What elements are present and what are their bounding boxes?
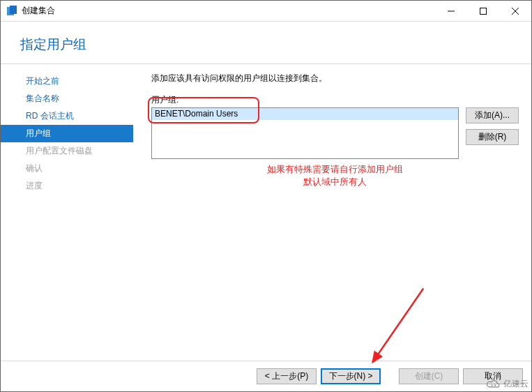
step-sidebar: 开始之前 集合名称 RD 会话主机 用户组 用户配置文件磁盘 确认 进度 — [1, 64, 133, 361]
svg-rect-3 — [480, 8, 487, 14]
title-bar: 创建集合 — [1, 1, 531, 22]
add-button[interactable]: 添加(A)... — [466, 107, 519, 123]
step-user-profile-disk: 用户配置文件磁盘 — [1, 142, 133, 160]
next-button[interactable]: 下一步(N) > — [321, 368, 381, 384]
step-rd-session-host[interactable]: RD 会话主机 — [1, 107, 133, 125]
svg-rect-1 — [10, 6, 17, 14]
user-group-listbox[interactable]: BENET\Domain Users — [151, 107, 459, 159]
minimize-button[interactable] — [435, 1, 467, 22]
annotation-line2: 默认域中所有人 — [151, 176, 519, 188]
list-item[interactable]: BENET\Domain Users — [152, 108, 458, 120]
step-confirm: 确认 — [1, 160, 133, 177]
remove-button[interactable]: 删除(R) — [466, 129, 519, 145]
app-icon — [6, 6, 17, 17]
create-button: 创建(C) — [399, 368, 459, 384]
close-button[interactable] — [499, 1, 531, 22]
previous-button[interactable]: < 上一步(P) — [257, 368, 317, 384]
cancel-button[interactable]: 取消 — [463, 368, 523, 384]
wizard-window: 创建集合 指定用户组 开始之前 集合名称 RD 会话主机 用户组 用户配置文件磁… — [0, 0, 532, 392]
step-before-begin[interactable]: 开始之前 — [1, 73, 133, 90]
maximize-button[interactable] — [467, 1, 499, 22]
step-collection-name[interactable]: 集合名称 — [1, 90, 133, 107]
step-progress: 进度 — [1, 177, 133, 195]
page-title: 指定用户组 — [20, 36, 531, 54]
user-group-label: 用户组: — [151, 94, 519, 106]
main-panel: 添加应该具有访问权限的用户组以连接到集合。 用户组: BENET\Domain … — [133, 64, 531, 361]
annotation-line1: 如果有特殊需要请自行添加用户组 — [151, 163, 519, 176]
window-title: 创建集合 — [22, 5, 55, 17]
step-user-groups[interactable]: 用户组 — [1, 125, 133, 142]
instruction-text: 添加应该具有访问权限的用户组以连接到集合。 — [151, 73, 519, 84]
wizard-footer: < 上一步(P) 下一步(N) > 创建(C) 取消 — [1, 361, 531, 391]
wizard-body: 开始之前 集合名称 RD 会话主机 用户组 用户配置文件磁盘 确认 进度 添加应… — [1, 64, 531, 361]
wizard-header: 指定用户组 — [1, 22, 531, 64]
annotation-text: 如果有特殊需要请自行添加用户组 默认域中所有人 — [151, 163, 519, 188]
